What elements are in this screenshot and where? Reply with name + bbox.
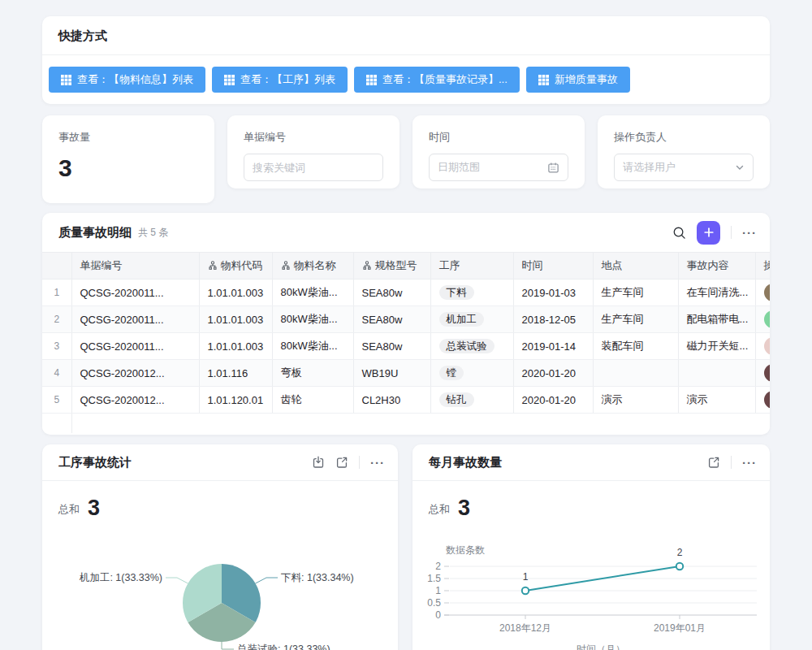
doc-number-search-field[interactable] xyxy=(244,154,383,181)
monthly-line-chart[interactable]: 数据条数 2 1.5 1 0.5 0 2018年12月 2019年0 xyxy=(412,526,770,650)
date-range-field[interactable]: 日期范围 xyxy=(429,154,568,181)
process-pie-chart[interactable]: 下料: 1(33.34%) 机加工: 1(33.33%) 总装试验: 1(33.… xyxy=(42,526,398,650)
cell-operator xyxy=(755,333,770,360)
open-in-new-icon[interactable] xyxy=(335,456,348,469)
toolbar-divider xyxy=(731,456,732,469)
shortcut-label: 新增质量事故 xyxy=(555,72,618,87)
pie-leader-line xyxy=(256,578,278,583)
line-chart-title: 每月事故数量 xyxy=(429,455,502,470)
shortcuts-button-row: 查看：【物料信息】列表 查看：【工序】列表 查看：【质量事故记录】... 新增质… xyxy=(42,55,770,93)
pie-label-xialiao: 下料: 1(33.34%) xyxy=(281,572,354,583)
pie-total-label: 总和 xyxy=(58,502,80,519)
cell-desc: 配电箱带电... xyxy=(678,306,755,333)
more-options-icon[interactable]: ··· xyxy=(370,457,385,469)
column-header-time[interactable]: 时间 xyxy=(513,253,593,280)
grid-icon xyxy=(61,75,71,85)
accident-count-card: 事故量 3 xyxy=(42,115,214,203)
shortcut-view-process-list-button[interactable]: 查看：【工序】列表 xyxy=(212,67,348,93)
column-header-code[interactable]: 物料代码 xyxy=(199,253,272,280)
column-header-doc[interactable]: 单据编号 xyxy=(71,253,199,280)
cell-spec: WB19U xyxy=(353,360,430,387)
doc-number-search-input[interactable] xyxy=(253,162,358,174)
table-row[interactable]: 2 QCSG-2020011... 1.01.01.003 80kW柴油... … xyxy=(42,306,770,333)
process-accident-stats-card: 工序事故统计 ··· 总和 3 xyxy=(42,444,398,650)
cell-name: 80kW柴油... xyxy=(272,333,353,360)
table-row[interactable]: 1 QCSG-2020011... 1.01.01.003 80kW柴油... … xyxy=(42,280,770,306)
pie-card-header: 工序事故统计 ··· xyxy=(42,444,398,481)
time-filter-card: 时间 日期范围 xyxy=(412,115,585,188)
more-options-icon[interactable]: ··· xyxy=(742,227,757,239)
avatar xyxy=(764,391,771,409)
shortcut-add-quality-accident-button[interactable]: 新增质量事故 xyxy=(526,67,630,93)
cell-date: 2019-01-03 xyxy=(513,280,593,306)
doc-number-label: 单据编号 xyxy=(244,130,383,145)
column-header-name[interactable]: 物料名称 xyxy=(272,253,353,280)
cell-operator xyxy=(755,360,770,387)
cell-date: 2020-01-20 xyxy=(513,360,593,387)
process-tag: 总装试验 xyxy=(439,339,495,354)
toolbar-divider xyxy=(731,226,732,239)
time-label: 时间 xyxy=(429,130,568,145)
cell-process: 总装试验 xyxy=(430,333,513,360)
column-header-spec[interactable]: 规格型号 xyxy=(353,253,430,280)
cell-place: 生产车间 xyxy=(593,306,678,333)
data-point[interactable] xyxy=(676,563,683,570)
column-header-process[interactable]: 工序 xyxy=(430,253,513,280)
table-title: 质量事故明细 xyxy=(58,225,132,240)
operator-select-placeholder: 请选择用户 xyxy=(623,160,676,175)
toolbar-divider xyxy=(359,456,360,469)
cell-place: 生产车间 xyxy=(593,280,678,306)
cell-doc: QCSG-2020011... xyxy=(71,306,199,333)
y-tick-label: 1.5 xyxy=(427,573,441,584)
accident-count-value: 3 xyxy=(58,156,198,180)
cell-name: 80kW柴油... xyxy=(272,280,353,306)
cell-doc: QCSG-2020011... xyxy=(71,280,199,306)
cell-desc: 在车间清洗... xyxy=(678,280,755,306)
grid-icon xyxy=(538,75,549,85)
linked-field-icon xyxy=(362,261,372,271)
pie-leader-line xyxy=(166,578,188,583)
process-tag: 机加工 xyxy=(439,312,485,327)
cell-spec: SEA80w xyxy=(353,333,430,360)
cell-process: 机加工 xyxy=(430,306,513,333)
data-point-label: 1 xyxy=(523,571,529,583)
cell-desc: 演示 xyxy=(678,387,755,414)
linked-field-icon xyxy=(208,261,218,271)
cell-code: 1.01.01.003 xyxy=(199,333,272,360)
export-download-icon[interactable] xyxy=(312,456,325,469)
table-row[interactable]: 4 QCSG-2020012... 1.01.116 弯板 WB19U 镗 20… xyxy=(42,360,770,387)
add-record-button[interactable] xyxy=(697,221,720,245)
pie-label-zongzhuang: 总装试验: 1(33.33%) xyxy=(236,644,330,650)
operator-select[interactable]: 请选择用户 xyxy=(614,154,754,181)
cell-place: 装配车间 xyxy=(593,333,678,360)
search-icon[interactable] xyxy=(672,226,686,240)
chevron-down-icon xyxy=(735,162,745,172)
column-header-operator[interactable]: 操作负责人 xyxy=(755,253,770,280)
cell-spec: CL2H30 xyxy=(353,387,430,414)
cell-operator xyxy=(755,306,770,333)
operator-filter-card: 操作负责人 请选择用户 xyxy=(598,115,770,188)
data-point[interactable] xyxy=(522,587,529,594)
shortcut-view-quality-records-button[interactable]: 查看：【质量事故记录】... xyxy=(354,67,520,93)
table-row[interactable]: 5 QCSG-2020012... 1.01.120.01 齿轮 CL2H30 … xyxy=(42,387,770,414)
cell-date: 2018-12-05 xyxy=(513,306,593,333)
x-tick-label: 2018年12月 xyxy=(499,622,551,634)
line-total-label: 总和 xyxy=(429,502,450,519)
shortcut-view-material-list-button[interactable]: 查看：【物料信息】列表 xyxy=(49,67,205,93)
table-row[interactable]: 3 QCSG-2020011... 1.01.01.003 80kW柴油... … xyxy=(42,333,770,360)
shortcuts-title: 快捷方式 xyxy=(42,16,770,55)
more-options-icon[interactable]: ··· xyxy=(742,457,757,469)
cell-process: 钻孔 xyxy=(430,387,513,414)
open-in-new-icon[interactable] xyxy=(707,456,720,469)
process-tag: 钻孔 xyxy=(439,392,474,408)
table-header-row: 单据编号 物料代码 物料名称 规格型号 工序 时间 地点 事故内容 操作负责人 xyxy=(42,253,770,280)
column-header-place[interactable]: 地点 xyxy=(593,253,678,280)
plus-icon xyxy=(703,227,715,238)
gridlines xyxy=(450,566,757,603)
cell-operator xyxy=(755,387,770,414)
avatar xyxy=(764,310,771,328)
table-empty-row xyxy=(42,414,770,433)
column-header-content[interactable]: 事故内容 xyxy=(678,253,755,280)
process-tag: 镗 xyxy=(439,366,464,381)
avatar xyxy=(764,364,771,382)
